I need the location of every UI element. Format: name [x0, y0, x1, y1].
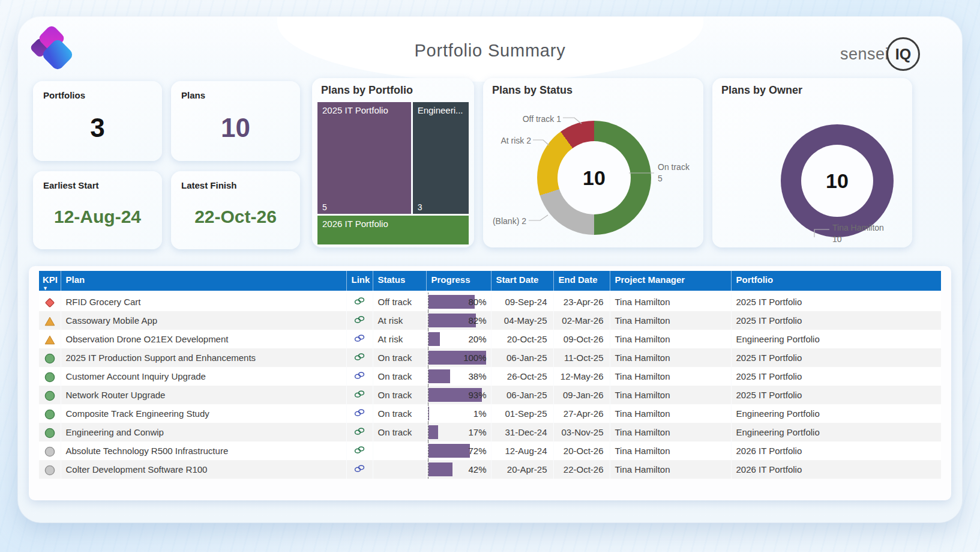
column-header-portfolio[interactable]: Portfolio [731, 271, 941, 292]
status-cell: On track [373, 386, 426, 404]
column-header-plan[interactable]: Plan [61, 271, 346, 292]
status-cell: On track [373, 367, 426, 386]
kpi-card-earliest-start[interactable]: Earliest Start 12-Aug-24 [33, 171, 162, 249]
column-header-link[interactable]: Link [346, 271, 373, 292]
end-date-cell: 03-Nov-25 [553, 423, 610, 441]
portfolio-cell: 2025 IT Portfolio [731, 311, 941, 330]
plans-table: KPI▼ Plan Link Status Progress Start Dat… [39, 271, 941, 479]
table-row[interactable]: Network Router UpgradeOn track93%06-Jan-… [39, 386, 941, 404]
plan-cell: 2025 IT Production Support and Enhanceme… [61, 348, 346, 367]
link-cell[interactable] [346, 386, 373, 404]
progress-cell: 72% [426, 441, 491, 460]
progress-cell: 82% [426, 311, 491, 330]
table-row[interactable]: Absolute Technology R500 Infrastructure7… [39, 441, 941, 460]
kpi-cell [39, 292, 61, 312]
progress-cell: 80% [426, 292, 491, 312]
project-manager-cell: Tina Hamilton [610, 423, 731, 441]
progress-label: 20% [468, 330, 486, 348]
end-date-cell: 09-Jan-26 [553, 386, 610, 404]
status-cell [373, 441, 426, 460]
link-icon [354, 446, 365, 454]
project-manager-cell: Tina Hamilton [610, 404, 731, 423]
table-row[interactable]: Cassowary Mobile AppAt risk82%04-May-250… [39, 311, 941, 330]
progress-cell: 17% [426, 423, 491, 441]
link-cell[interactable] [346, 292, 373, 312]
table-row[interactable]: Colter Development Software R10042%20-Ap… [39, 460, 941, 479]
link-cell[interactable] [346, 460, 373, 479]
treemap-block-2025-it[interactable]: 2025 IT Portfolio 5 [317, 102, 411, 214]
label-owner: Tina Hamilton10 [832, 222, 884, 245]
project-manager-cell: Tina Hamilton [610, 386, 731, 404]
label-off-track: Off track 1 [504, 114, 561, 125]
treemap-block-2026-it[interactable]: 2026 IT Portfolio [317, 216, 469, 244]
portfolio-cell: 2026 IT Portfolio [731, 460, 941, 479]
table-row[interactable]: Customer Account Inquiry UpgradeOn track… [39, 367, 941, 386]
project-manager-cell: Tina Hamilton [610, 460, 731, 479]
progress-label: 72% [468, 441, 486, 460]
column-header-kpi[interactable]: KPI▼ [39, 271, 61, 292]
link-cell[interactable] [346, 441, 373, 460]
sort-descending-icon: ▼ [43, 287, 61, 290]
link-icon [354, 464, 365, 473]
kpi-on-track-icon [44, 408, 56, 420]
start-date-cell: 06-Jan-25 [491, 386, 553, 404]
progress-bar [428, 407, 429, 420]
column-header-progress[interactable]: Progress [426, 271, 491, 292]
column-header-end-date[interactable]: End Date [553, 271, 610, 292]
link-cell[interactable] [346, 423, 373, 441]
link-cell[interactable] [346, 330, 373, 348]
kpi-card-plans[interactable]: Plans 10 [171, 81, 300, 161]
status-cell: On track [373, 348, 426, 367]
table-row[interactable]: 2025 IT Production Support and Enhanceme… [39, 348, 941, 367]
treemap-value: 5 [322, 202, 327, 212]
end-date-cell: 11-Oct-25 [553, 348, 610, 367]
kpi-blank-icon [44, 446, 56, 458]
table-row[interactable]: Engineering and ConwipOn track17%31-Dec-… [39, 423, 941, 441]
start-date-cell: 31-Dec-24 [491, 423, 553, 441]
link-icon [354, 297, 365, 305]
link-icon [354, 408, 365, 417]
column-header-start-date[interactable]: Start Date [491, 271, 553, 292]
table-row[interactable]: Composite Track Engineering StudyOn trac… [39, 404, 941, 423]
status-cell: Off track [373, 292, 426, 312]
owner-donut-ring[interactable]: 10 [781, 124, 894, 237]
status-donut-total: 10 [558, 141, 631, 214]
column-header-status[interactable]: Status [373, 271, 426, 292]
link-cell[interactable] [346, 311, 373, 330]
end-date-cell: 27-Apr-26 [553, 404, 610, 423]
chart-title: Plans by Portfolio [321, 84, 413, 97]
kpi-cell [39, 460, 61, 479]
column-header-project-manager[interactable]: Project Manager [610, 271, 731, 292]
kpi-card-latest-finish[interactable]: Latest Finish 22-Oct-26 [171, 171, 300, 249]
kpi-cell [39, 348, 61, 367]
start-date-cell: 06-Jan-25 [491, 348, 553, 367]
kpi-card-label: Earliest Start [33, 171, 162, 190]
treemap-label: Engineeri... [418, 105, 463, 115]
link-cell[interactable] [346, 404, 373, 423]
kpi-card-portfolios[interactable]: Portfolios 3 [33, 81, 162, 161]
plan-cell: Network Router Upgrade [61, 386, 346, 404]
treemap-block-engineering[interactable]: Engineeri... 3 [413, 102, 469, 214]
status-cell: On track [373, 404, 426, 423]
project-manager-cell: Tina Hamilton [610, 330, 731, 348]
owner-donut-total: 10 [801, 145, 873, 217]
plan-cell: Cassowary Mobile App [61, 311, 346, 330]
start-date-cell: 04-May-25 [491, 311, 553, 330]
portfolio-cell: 2026 IT Portfolio [731, 441, 941, 460]
link-cell[interactable] [346, 348, 373, 367]
progress-bar [428, 295, 475, 309]
treemap-value: 3 [418, 202, 422, 212]
plans-by-status-card: Plans by Status 10 Off track 1 At risk 2… [483, 78, 703, 247]
kpi-cell [39, 367, 61, 386]
chart-title: Plans by Status [492, 84, 573, 97]
table-row[interactable]: Observation Drone O21EX DevelopmentAt ri… [39, 330, 941, 348]
progress-label: 80% [468, 293, 486, 311]
progress-label: 93% [468, 386, 486, 404]
progress-cell: 100% [426, 348, 491, 367]
plan-cell: Customer Account Inquiry Upgrade [61, 367, 346, 386]
table-row[interactable]: RFID Grocery CartOff track80%09-Sep-2423… [39, 292, 941, 312]
link-icon [354, 334, 365, 342]
start-date-cell: 20-Apr-25 [491, 460, 553, 479]
link-cell[interactable] [346, 367, 373, 386]
status-donut-ring[interactable]: 10 [537, 121, 651, 235]
